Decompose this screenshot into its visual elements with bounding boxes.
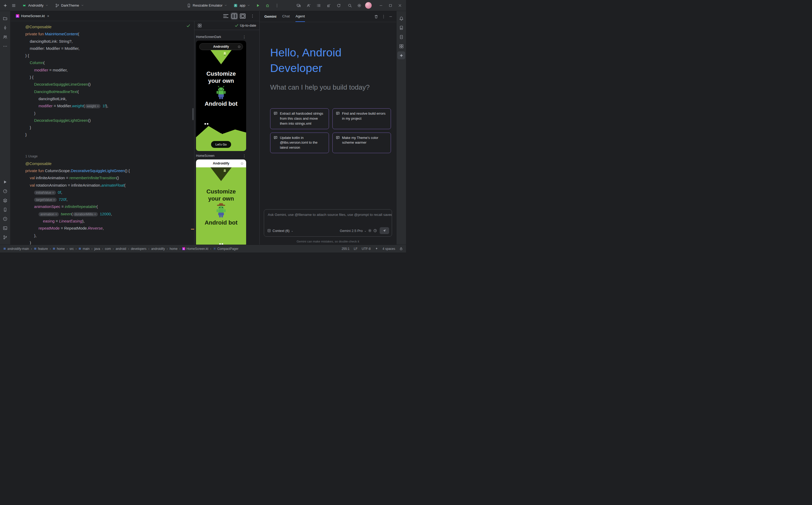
code-line: @Composable <box>25 23 194 30</box>
gemini-input-box[interactable]: Ask Gemini, use @filename to attach sour… <box>264 209 392 237</box>
breadcrumb-separator: › <box>102 247 103 250</box>
caret-position[interactable]: 255:1 <box>342 247 350 250</box>
breadcrumb-item[interactable]: src <box>70 247 74 250</box>
line-separator[interactable]: LF <box>354 247 357 250</box>
branch-selector[interactable]: DarkTheme <box>53 2 86 9</box>
code-token <box>25 226 38 230</box>
user-avatar[interactable] <box>365 2 372 9</box>
task-list-button[interactable] <box>316 2 322 9</box>
terminal-tool-button[interactable] <box>1 224 9 232</box>
view-code-button[interactable] <box>222 13 229 19</box>
minimize-button[interactable] <box>376 2 385 9</box>
ai-actions-button[interactable] <box>306 2 312 9</box>
sync-button[interactable] <box>336 2 342 9</box>
breadcrumb-item[interactable]: KHomeScreen.kt <box>182 247 208 250</box>
gemini-tool-button[interactable] <box>397 51 405 59</box>
tab-close-icon[interactable]: × <box>47 14 49 18</box>
ai-debug-button[interactable] <box>326 2 332 9</box>
view-design-button[interactable] <box>239 13 246 19</box>
compose-preview-homescreendark[interactable]: Androidify Customize your own <box>196 41 246 151</box>
code-editor[interactable]: @Composableprivate fun MainHomeContent( … <box>11 21 194 244</box>
code-token: ( <box>78 32 79 36</box>
clear-chat-button[interactable] <box>374 14 378 19</box>
run-button[interactable] <box>254 2 262 9</box>
preview-layout-icon[interactable] <box>198 23 202 28</box>
breadcrumb-item[interactable]: androidify-main <box>3 247 29 250</box>
compose-preview-homescreen[interactable]: Androidify Customize your own <box>196 159 246 244</box>
file-encoding[interactable]: UTF-8 <box>362 247 371 250</box>
hide-panel-button[interactable] <box>389 15 392 18</box>
project-selector[interactable]: Androidify <box>20 2 50 9</box>
suggestion-card[interactable]: Find and resolve build errors in my proj… <box>332 108 391 129</box>
commit-tool-button[interactable] <box>1 24 9 32</box>
greeting-subtitle: What can I help you build today? <box>270 83 396 92</box>
breadcrumb-item[interactable]: developers <box>131 247 146 250</box>
code-token: ( <box>97 204 98 209</box>
editor-options-button[interactable] <box>250 14 255 18</box>
profiler-tool-button[interactable] <box>1 187 9 195</box>
breadcrumb-item[interactable]: android <box>116 247 126 250</box>
context-attach-icon[interactable] <box>267 229 271 232</box>
history-button[interactable] <box>373 229 377 232</box>
device-mirroring-button[interactable] <box>296 2 302 9</box>
view-split-button[interactable] <box>231 13 238 19</box>
pull-requests-tool-button[interactable] <box>1 33 9 41</box>
gemini-settings-button[interactable] <box>368 229 372 232</box>
code-token: } <box>25 132 27 137</box>
running-devices-tool-button[interactable] <box>397 33 405 41</box>
breadcrumb-item[interactable]: com <box>105 247 111 250</box>
suggestion-card[interactable]: Make my Theme's color scheme warmer <box>332 133 391 153</box>
minimize-icon <box>379 4 383 7</box>
suggestion-card[interactable]: Extract all hardcoded strings from this … <box>270 108 329 129</box>
gemini-input[interactable]: Ask Gemini, use @filename to attach sour… <box>264 209 392 220</box>
ai-sparkle-icon[interactable] <box>375 247 378 250</box>
maximize-button[interactable] <box>386 2 395 9</box>
debug-button[interactable] <box>264 2 271 9</box>
breadcrumb-item[interactable]: home <box>169 247 178 250</box>
settings-button[interactable] <box>356 2 363 9</box>
breadcrumb-item[interactable]: java <box>94 247 100 250</box>
preview-menu-icon[interactable]: ⋮ <box>242 154 246 158</box>
breadcrumb-item[interactable]: fCompactPager <box>213 247 238 250</box>
svg-text:K: K <box>183 248 185 250</box>
model-selector[interactable]: Gemini 2.5 Pro <box>340 229 363 233</box>
read-only-lock-icon[interactable] <box>399 247 403 250</box>
project-tool-button[interactable] <box>1 14 9 22</box>
breadcrumb-item[interactable]: feature <box>34 247 48 250</box>
usages-hint[interactable]: 1 Usage <box>25 154 38 158</box>
editor-scrollbar[interactable] <box>192 108 194 120</box>
editor-tab-homescreen[interactable]: K HomeScreen.kt × <box>13 11 52 21</box>
inspections-ok-icon[interactable] <box>186 24 191 28</box>
device-explorer-tool-button[interactable] <box>397 24 405 32</box>
main-menu-button[interactable] <box>10 2 17 9</box>
panel-options-button[interactable] <box>381 14 386 19</box>
tab-chat[interactable]: Chat <box>282 11 290 22</box>
suggestion-card[interactable]: Update kotlin in @libs.version.toml to t… <box>270 133 329 153</box>
more-run-actions-button[interactable] <box>273 2 281 9</box>
lets-go-button[interactable]: Let's Go <box>211 141 231 148</box>
send-button[interactable] <box>380 227 389 234</box>
resource-manager-tool-button[interactable] <box>397 42 405 50</box>
notifications-tool-button[interactable] <box>397 14 405 22</box>
context-button[interactable]: Context (6) <box>272 229 289 233</box>
more-tool-windows-tool-button[interactable] <box>1 42 9 50</box>
run-configuration-selector[interactable]: app <box>231 2 252 9</box>
breadcrumb-item[interactable]: main <box>78 247 90 250</box>
project-icon <box>3 16 7 21</box>
device-manager-tool-button[interactable] <box>1 206 9 213</box>
more-tool-windows-icon <box>3 44 7 48</box>
problems-tool-button[interactable] <box>1 215 9 223</box>
code-token: 0f <box>58 190 61 194</box>
search-everywhere-button[interactable] <box>346 2 353 9</box>
code-token: infiniteAnimation = <box>36 176 70 180</box>
indent-setting[interactable]: 4 spaces <box>382 247 395 250</box>
run-tool-button[interactable] <box>1 178 9 186</box>
breadcrumb-item[interactable]: androidify <box>151 247 165 250</box>
app-levels-tool-button[interactable] <box>1 196 9 204</box>
tab-agent[interactable]: Agent <box>296 11 305 22</box>
device-selector[interactable]: Resizable Emulator <box>185 2 230 9</box>
breadcrumb-item[interactable]: home <box>52 247 65 250</box>
preview-menu-icon[interactable]: ⋮ <box>242 35 246 39</box>
close-button[interactable] <box>395 2 404 9</box>
version-control-tool-button[interactable] <box>1 233 9 241</box>
